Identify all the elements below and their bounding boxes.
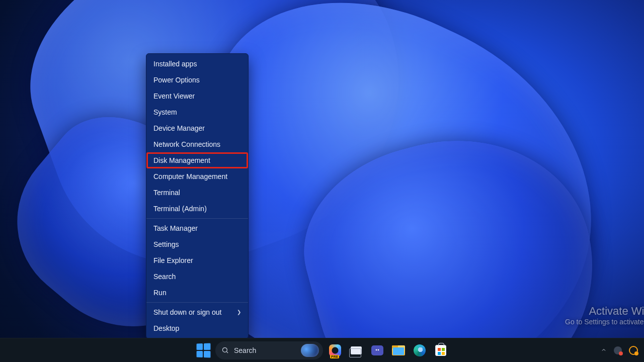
menu-item-power-options[interactable]: Power Options	[146, 72, 248, 88]
menu-item-label: Computer Management	[153, 172, 227, 181]
menu-item-label: Installed apps	[153, 59, 197, 68]
svg-point-0	[223, 348, 227, 352]
menu-item-label: Network Connections	[153, 140, 220, 149]
taskbar-edge[interactable]	[411, 341, 429, 359]
taskbar: Search PRE	[0, 338, 644, 362]
menu-item-run[interactable]: Run	[146, 285, 248, 301]
menu-item-network-connections[interactable]: Network Connections	[146, 136, 248, 152]
menu-item-event-viewer[interactable]: Event Viewer	[146, 88, 248, 104]
menu-item-label: Terminal	[153, 188, 180, 197]
desktop[interactable]: Installed apps Power Options Event Viewe…	[0, 0, 644, 362]
menu-item-label: Shut down or sign out	[153, 308, 221, 317]
menu-item-label: Settings	[153, 240, 179, 249]
microsoft-store-icon	[435, 345, 446, 356]
menu-item-installed-apps[interactable]: Installed apps	[146, 56, 248, 72]
activation-watermark: Activate Windows Go to Settings to activ…	[565, 305, 644, 326]
windows-logo-icon	[197, 343, 211, 357]
menu-item-search[interactable]: Search	[146, 268, 248, 285]
taskbar-chat[interactable]	[368, 341, 386, 359]
taskbar-copilot[interactable]: PRE	[326, 341, 344, 359]
menu-item-label: Terminal (Admin)	[153, 204, 207, 213]
menu-item-task-manager[interactable]: Task Manager	[146, 220, 248, 236]
taskbar-search[interactable]: Search	[215, 341, 323, 359]
tray-overflow-button[interactable]	[601, 346, 607, 355]
menu-item-label: Search	[153, 272, 176, 281]
chat-icon	[371, 345, 383, 355]
menu-item-terminal[interactable]: Terminal	[146, 185, 248, 201]
taskbar-store[interactable]	[432, 341, 450, 359]
menu-item-settings[interactable]: Settings	[146, 236, 248, 252]
menu-item-file-explorer[interactable]: File Explorer	[146, 252, 248, 268]
menu-item-label: Disk Management	[153, 156, 210, 165]
menu-item-device-manager[interactable]: Device Manager	[146, 120, 248, 136]
menu-item-label: File Explorer	[153, 256, 193, 265]
search-highlight-icon	[301, 344, 319, 357]
winx-context-menu: Installed apps Power Options Event Viewe…	[146, 53, 249, 339]
menu-separator	[146, 302, 248, 303]
task-view-icon	[351, 346, 362, 354]
menu-item-label: Desktop	[153, 324, 179, 333]
menu-item-label: Task Manager	[153, 224, 198, 233]
menu-item-system[interactable]: System	[146, 104, 248, 120]
menu-item-label: Power Options	[153, 75, 200, 84]
menu-item-label: Event Viewer	[153, 92, 195, 101]
start-button[interactable]	[194, 341, 212, 359]
activation-title: Activate Windows	[565, 305, 644, 318]
taskbar-center: Search PRE	[194, 341, 450, 359]
tray-status-icon[interactable]	[614, 346, 622, 354]
menu-item-terminal-admin[interactable]: Terminal (Admin)	[146, 201, 248, 217]
chevron-up-icon	[601, 347, 607, 353]
menu-item-computer-management[interactable]: Computer Management	[146, 168, 248, 185]
menu-item-label: Run	[153, 288, 167, 297]
menu-item-label: Device Manager	[153, 124, 205, 133]
svg-line-1	[226, 351, 228, 353]
menu-separator	[146, 218, 248, 219]
activation-subtitle: Go to Settings to activate Windows.	[565, 318, 644, 326]
chevron-right-icon: ❯	[237, 308, 241, 317]
file-explorer-icon	[392, 345, 405, 355]
system-tray	[601, 346, 638, 355]
tray-windows-update-icon[interactable]	[629, 346, 638, 355]
taskbar-file-explorer[interactable]	[389, 341, 408, 359]
edge-icon	[414, 344, 426, 356]
menu-item-shut-down-or-sign-out[interactable]: Shut down or sign out ❯	[146, 304, 248, 320]
menu-item-label: System	[153, 108, 177, 117]
menu-item-desktop[interactable]: Desktop	[146, 320, 248, 336]
taskbar-task-view[interactable]	[347, 341, 365, 359]
copilot-pre-badge: PRE	[330, 355, 339, 358]
search-placeholder: Search	[234, 346, 256, 354]
search-icon	[221, 346, 229, 354]
menu-item-disk-management[interactable]: Disk Management	[146, 152, 248, 168]
